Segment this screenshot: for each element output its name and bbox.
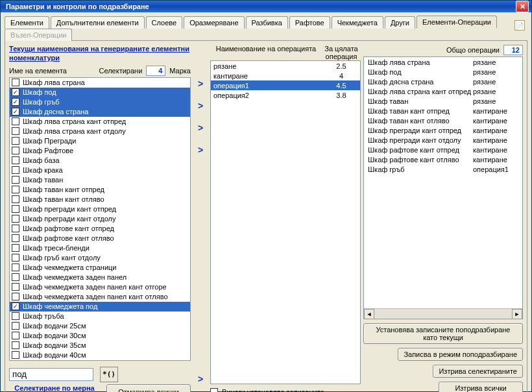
item-checkbox[interactable] xyxy=(12,273,19,281)
list-item[interactable]: Шкаф тръба xyxy=(10,312,190,321)
list-item[interactable]: Шкаф Рафтове xyxy=(10,146,190,156)
item-checkbox[interactable] xyxy=(12,332,19,339)
item-checkbox[interactable] xyxy=(12,225,19,232)
result-row[interactable]: Шкаф таван кант отпредкантиране xyxy=(364,106,522,116)
item-checkbox[interactable] xyxy=(12,186,19,193)
unmark-all-button[interactable]: Отмаркира всички елементи xyxy=(106,384,191,393)
item-checkbox[interactable] xyxy=(12,283,19,291)
detach-icon[interactable]: 📄 xyxy=(514,20,525,31)
delete-selected-button[interactable]: Изтрива селектираните xyxy=(433,365,523,378)
list-item[interactable]: Шкаф под xyxy=(10,88,190,97)
item-checkbox[interactable] xyxy=(12,166,19,174)
horizontal-scrollbar[interactable]: ◄ ► xyxy=(364,308,522,319)
list-item[interactable]: Шкаф Прегради xyxy=(10,136,190,146)
item-checkbox[interactable] xyxy=(12,117,19,125)
item-checkbox[interactable] xyxy=(12,88,19,96)
list-item[interactable]: Шкаф прегради кант отпред xyxy=(10,204,190,214)
result-row[interactable]: Шкаф лява странарязане xyxy=(364,57,522,67)
result-row[interactable]: Шкаф прегради кант отдолукантиране xyxy=(364,135,522,145)
delete-all-button[interactable]: Изтрива всички xyxy=(439,382,523,392)
search-wildcard-button[interactable]: *() xyxy=(100,367,118,382)
tab-3[interactable]: Оразмеряване xyxy=(184,16,244,29)
list-item[interactable]: Шкаф гръб xyxy=(10,97,190,107)
list-item[interactable]: Шкаф чекмеджета под xyxy=(10,302,190,312)
item-checkbox[interactable] xyxy=(12,79,19,86)
item-checkbox[interactable] xyxy=(12,127,19,135)
item-checkbox[interactable] xyxy=(12,176,19,184)
list-item[interactable]: Шкаф водачи 35см xyxy=(10,341,190,350)
tab-6[interactable]: Чекмеджета xyxy=(332,16,383,29)
tab-8[interactable]: Елементи-Операции xyxy=(417,16,497,29)
item-checkbox[interactable] xyxy=(12,195,19,203)
item-checkbox[interactable] xyxy=(12,293,19,300)
operation-row[interactable]: операция14.5 xyxy=(211,80,360,90)
list-item[interactable]: Шкаф чекмеджета заден панел xyxy=(10,273,190,282)
result-row[interactable]: Шкаф подрязане xyxy=(364,67,522,77)
tab-0[interactable]: Елементи xyxy=(5,16,49,29)
operation-row[interactable]: кантиране4 xyxy=(211,71,360,80)
result-row[interactable]: Шкаф рафтове кант отпредкантиране xyxy=(364,145,522,154)
list-item[interactable]: Шкаф прегради кант отдолу xyxy=(10,214,190,224)
list-item[interactable]: Шкаф водачи 30см xyxy=(10,331,190,341)
tab-4[interactable]: Разбивка xyxy=(246,16,288,29)
elements-list[interactable]: Шкаф лява странаШкаф подШкаф гръбШкаф дя… xyxy=(9,77,191,361)
list-item[interactable]: Шкаф чекмеджета заден панел кант отгоре xyxy=(10,282,190,292)
item-checkbox[interactable] xyxy=(12,322,19,330)
item-checkbox[interactable] xyxy=(12,234,19,242)
tab-2[interactable]: Слоеве xyxy=(146,16,183,29)
item-checkbox[interactable] xyxy=(12,263,19,271)
operations-list[interactable]: рязане2.5кантиране4операция14.5операция2… xyxy=(210,60,361,384)
add-arrow-4[interactable]: > xyxy=(193,143,208,156)
item-checkbox[interactable] xyxy=(12,254,19,262)
tab-1[interactable]: Допълнителни елементи xyxy=(51,16,145,29)
result-row[interactable]: Шкаф таванрязане xyxy=(364,96,522,106)
item-checkbox[interactable] xyxy=(12,156,19,164)
select-by-unit-link[interactable]: Селектиране по мерна единица на елементи… xyxy=(9,384,100,393)
item-checkbox[interactable] xyxy=(12,108,19,116)
result-row[interactable]: Шкаф таван кант отлявокантиране xyxy=(364,116,522,125)
item-checkbox[interactable] xyxy=(12,302,19,310)
list-item[interactable]: Шкаф чекмеджета заден панел кант отляво xyxy=(10,292,190,302)
add-arrow-1[interactable]: > xyxy=(193,77,208,90)
item-checkbox[interactable] xyxy=(12,147,19,154)
result-row[interactable]: Шкаф прегради кант отпредкантиране xyxy=(364,125,522,135)
result-row[interactable]: Шкаф гръбоперация1 xyxy=(364,164,522,174)
item-checkbox[interactable] xyxy=(12,341,19,349)
list-item[interactable]: Шкаф лява страна кант отпред xyxy=(10,117,190,127)
list-item[interactable]: Шкаф база xyxy=(10,156,190,165)
close-button[interactable]: ✕ xyxy=(516,1,529,12)
save-defaults-button[interactable]: Записва в режим поподразбиране xyxy=(398,348,523,361)
search-input[interactable] xyxy=(9,368,93,381)
list-item[interactable]: Шкаф водачи 40см xyxy=(10,350,190,360)
item-checkbox[interactable] xyxy=(12,351,19,359)
result-row[interactable]: Шкаф дясна странарязане xyxy=(364,77,522,86)
tab-7[interactable]: Други xyxy=(385,16,415,29)
list-item[interactable]: Шкаф таван кант отляво xyxy=(10,195,190,204)
result-list[interactable]: Шкаф лява странарязанеШкаф подрязанеШкаф… xyxy=(363,56,523,319)
item-checkbox[interactable] xyxy=(12,137,19,145)
list-item[interactable]: Шкаф лява страна xyxy=(10,78,190,88)
list-item[interactable]: Шкаф рафтове кант отляво xyxy=(10,234,190,243)
item-checkbox[interactable] xyxy=(12,244,19,252)
list-item[interactable]: Шкаф дясна страна xyxy=(10,107,190,117)
nomenclature-link[interactable]: Текущи наименования на генерираните елем… xyxy=(9,45,191,63)
list-item[interactable]: Шкаф треси-бленди xyxy=(10,243,190,253)
operation-row[interactable]: операция23.8 xyxy=(211,90,360,100)
list-item[interactable]: Шкаф гръб кант отдолу xyxy=(10,253,190,263)
list-item[interactable]: Шкаф рафтове кант отпред xyxy=(10,224,190,234)
always-set-checkbox[interactable] xyxy=(210,388,218,392)
result-row[interactable]: Шкаф рафтове кант отлявокантиране xyxy=(364,154,522,164)
list-item[interactable]: Шкаф лява страна кант отдолу xyxy=(10,127,190,136)
list-item[interactable]: Шкаф таван xyxy=(10,175,190,185)
scroll-right-icon[interactable]: ► xyxy=(512,309,522,319)
operation-row[interactable]: рязане2.5 xyxy=(211,61,360,71)
item-checkbox[interactable] xyxy=(12,205,19,213)
list-item[interactable]: Шкаф чекмеджета страници xyxy=(10,263,190,273)
item-checkbox[interactable] xyxy=(12,215,19,223)
add-arrow-bottom[interactable]: > xyxy=(193,373,208,386)
set-defaults-button[interactable]: Установява записаните поподразбиране кат… xyxy=(363,323,523,344)
item-checkbox[interactable] xyxy=(12,98,19,106)
scroll-left-icon[interactable]: ◄ xyxy=(364,309,374,319)
add-arrow-2[interactable]: > xyxy=(193,99,208,112)
tab-5[interactable]: Рафтове xyxy=(289,16,330,29)
